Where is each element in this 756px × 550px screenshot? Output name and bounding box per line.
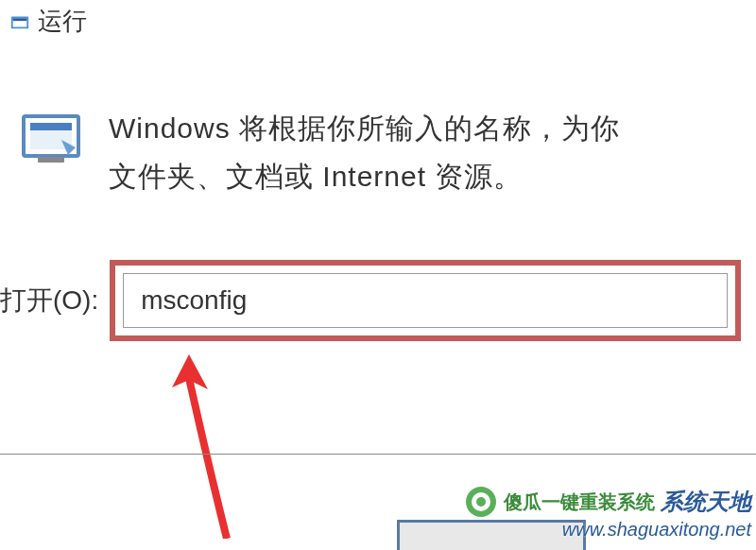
svg-rect-2 [13,18,27,21]
watermark: 傻瓜一键重装系统 系统天地 www.shaguaxitong.net [464,485,751,541]
titlebar: 运行 [0,0,96,43]
window-title: 运行 [38,5,87,38]
svg-point-9 [476,497,486,507]
run-icon-small [9,11,30,32]
watermark-text-green: 傻瓜一键重装系统 [504,490,655,515]
annotation-arrow [113,350,284,539]
command-input[interactable] [123,273,728,328]
divider [0,454,756,455]
svg-rect-5 [30,123,72,130]
watermark-icon [464,485,498,519]
description-line1: Windows 将根据你所输入的名称，为你 [109,104,620,152]
content-area: Windows 将根据你所输入的名称，为你 文件夹、文档或 Internet 资… [19,104,756,200]
open-row: 打开(O): [0,260,741,341]
input-highlight-box [110,260,741,341]
description-line2: 文件夹、文档或 Internet 资源。 [109,152,620,200]
watermark-url: www.shaguaxitong.net [464,519,751,541]
watermark-text-blue: 系统天地 [661,487,751,517]
run-icon-large [19,112,85,168]
open-label: 打开(O): [0,283,98,318]
watermark-brand: 傻瓜一键重装系统 系统天地 [464,485,751,519]
svg-rect-6 [38,157,64,163]
description-text: Windows 将根据你所输入的名称，为你 文件夹、文档或 Internet 资… [109,104,620,200]
